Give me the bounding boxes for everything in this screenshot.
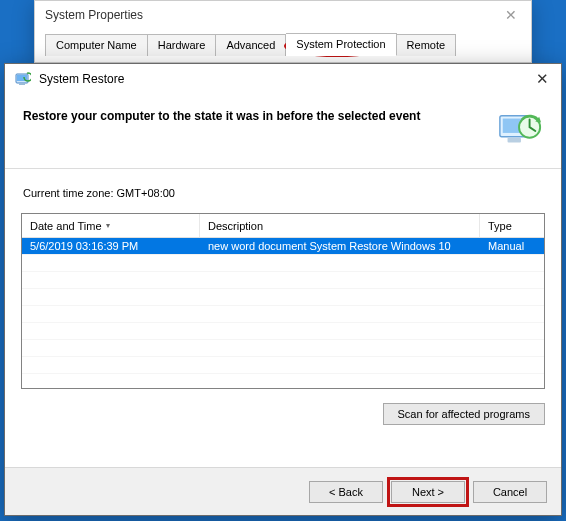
column-header-description[interactable]: Description	[200, 214, 480, 237]
scan-affected-programs-button[interactable]: Scan for affected programs	[383, 403, 545, 425]
system-properties-titlebar: System Properties ✕	[35, 1, 531, 29]
annotation-next-highlight: Next >	[391, 481, 465, 503]
close-icon[interactable]: ✕	[532, 70, 553, 88]
table-row	[22, 323, 544, 340]
restore-header: Restore your computer to the state it wa…	[21, 102, 545, 168]
system-properties-window: System Properties ✕ Computer Name Hardwa…	[34, 0, 532, 63]
system-restore-icon	[15, 71, 31, 87]
wizard-footer: < Back Next > Cancel	[5, 467, 561, 515]
table-row	[22, 272, 544, 289]
cell-datetime: 5/6/2019 03:16:39 PM	[22, 238, 200, 254]
tab-remote[interactable]: Remote	[397, 34, 457, 56]
sort-descending-icon: ▾	[106, 221, 110, 230]
cancel-button[interactable]: Cancel	[473, 481, 547, 503]
system-properties-tabs: Computer Name Hardware Advanced System P…	[35, 29, 531, 55]
table-row	[22, 255, 544, 272]
restore-points-table: Date and Time ▾ Description Type 5/6/201…	[21, 213, 545, 389]
system-properties-title: System Properties	[45, 8, 143, 22]
column-header-type[interactable]: Type	[480, 214, 544, 237]
timezone-label: Current time zone: GMT+08:00	[21, 169, 545, 211]
tab-hardware[interactable]: Hardware	[148, 34, 217, 56]
back-button[interactable]: < Back	[309, 481, 383, 503]
scan-row: Scan for affected programs	[21, 389, 545, 445]
cell-type: Manual	[480, 238, 544, 254]
next-button[interactable]: Next >	[391, 481, 465, 503]
table-row	[22, 289, 544, 306]
system-restore-body: Restore your computer to the state it wa…	[5, 94, 561, 467]
table-row[interactable]: 5/6/2019 03:16:39 PM new word document S…	[22, 238, 544, 255]
system-restore-titlebar: System Restore ✕	[5, 64, 561, 94]
tab-advanced[interactable]: Advanced	[216, 34, 286, 56]
column-header-datetime[interactable]: Date and Time ▾	[22, 214, 200, 237]
system-restore-window: System Restore ✕ Restore your computer t…	[4, 63, 562, 516]
tab-computer-name[interactable]: Computer Name	[45, 34, 148, 56]
cell-description: new word document System Restore Windows…	[200, 238, 480, 254]
table-row	[22, 357, 544, 374]
table-header: Date and Time ▾ Description Type	[22, 214, 544, 238]
tab-system-protection[interactable]: System Protection	[286, 33, 396, 56]
svg-rect-5	[508, 138, 521, 143]
system-restore-large-icon	[497, 108, 543, 154]
system-restore-title: System Restore	[39, 72, 524, 86]
restore-heading: Restore your computer to the state it wa…	[23, 108, 485, 125]
table-body: 5/6/2019 03:16:39 PM new word document S…	[22, 238, 544, 374]
table-row	[22, 306, 544, 323]
table-row	[22, 340, 544, 357]
svg-rect-2	[19, 83, 25, 85]
close-icon[interactable]: ✕	[499, 7, 523, 23]
